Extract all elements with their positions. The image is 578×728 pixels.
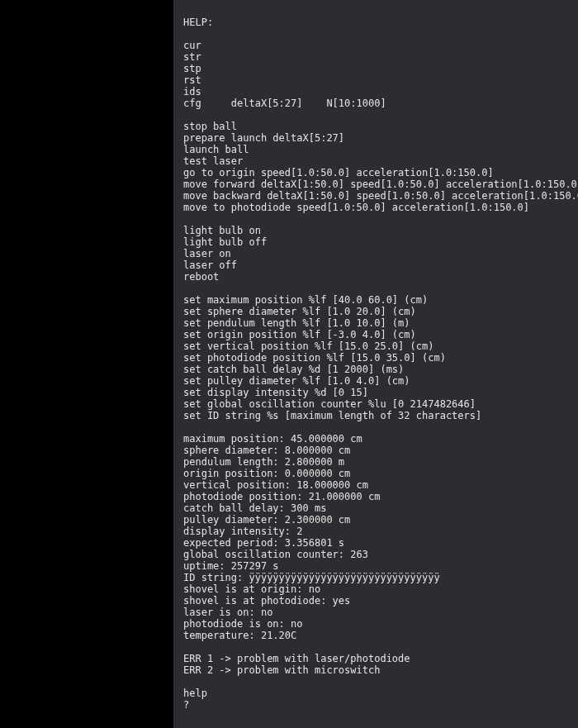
status-temperature: temperature: 21.20C [183, 630, 296, 641]
cmd-launch-ball: launch ball [183, 144, 249, 155]
cmd-move-backward: move backward deltaX[1:50.0] speed[1.0:5… [183, 190, 578, 202]
status-sphere-diameter: sphere diameter: 8.000000 cm [183, 445, 350, 456]
set-oscillation-counter: set global oscillation counter %lu [0 21… [183, 398, 476, 410]
status-expected-period: expected period: 3.356801 s [183, 537, 344, 549]
set-pulley-diameter: set pulley diameter %lf [1.0 4.0] (cm) [183, 375, 410, 387]
cmd-rst: rst [183, 74, 201, 86]
status-vertical-position: vertical position: 18.000000 cm [183, 479, 368, 491]
cmd-cur: cur [183, 40, 201, 51]
cmd-reboot: reboot [183, 271, 219, 283]
cmd-light-on: light bulb on [183, 225, 261, 236]
status-oscillation-counter: global oscillation counter: 263 [183, 549, 368, 560]
cmd-laser-on: laser on [183, 248, 231, 259]
set-id-string: set ID string %s [maximum length of 32 c… [183, 410, 481, 421]
status-pendulum-length: pendulum length: 2.800000 m [183, 456, 344, 468]
set-vertical-position: set vertical position %lf [15.0 25.0] (c… [183, 340, 434, 352]
set-catch-delay: set catch ball delay %d [1 2000] (ms) [183, 364, 404, 375]
status-max-position: maximum position: 45.000000 cm [183, 433, 362, 445]
set-photodiode-position: set photodiode position %lf [15.0 35.0] … [183, 352, 446, 364]
prompt-cursor[interactable]: ? [183, 699, 189, 711]
cmd-go-origin: go to origin speed[1.0:50.0] acceleratio… [183, 167, 494, 178]
cmd-test-laser: test laser [183, 155, 243, 167]
set-pendulum-length: set pendulum length %lf [1.0 10.0] (m) [183, 317, 410, 329]
cmd-move-forward: move forward deltaX[1:50.0] speed[1.0:50… [183, 178, 578, 190]
set-display-intensity: set display intensity %d [0 15] [183, 387, 368, 398]
cmd-cfg: cfg deltaX[5:27] N[10:1000] [183, 98, 386, 109]
status-laser-on: laser is on: no [183, 607, 272, 618]
status-id-string: ID string: ÿÿÿÿÿÿÿÿÿÿÿÿÿÿÿÿÿÿÿÿÿÿÿÿÿÿÿÿÿ… [183, 572, 440, 583]
error-1: ERR 1 -> problem with laser/photodiode [183, 653, 410, 664]
set-sphere-diameter: set sphere diameter %lf [1.0 20.0] (cm) [183, 306, 416, 317]
status-origin-position: origin position: 0.000000 cm [183, 468, 350, 479]
status-photodiode-position: photodiode position: 21.000000 cm [183, 491, 380, 502]
error-2: ERR 2 -> problem with microswitch [183, 664, 380, 676]
terminal-output[interactable]: HELP: cur str stp rst ids cfg deltaX[5:2… [173, 0, 578, 728]
cmd-light-off: light bulb off [183, 236, 267, 248]
cmd-str: str [183, 51, 201, 63]
cmd-ids: ids [183, 86, 201, 98]
status-display-intensity: display intensity: 2 [183, 526, 303, 537]
cmd-stp: stp [183, 63, 201, 74]
status-pulley-diameter: pulley diameter: 2.300000 cm [183, 514, 350, 526]
status-uptime: uptime: 257297 s [183, 560, 279, 572]
cmd-move-photodiode: move to photodiode speed[1.0:50.0] accel… [183, 202, 529, 213]
help-header: HELP: [183, 17, 213, 28]
prompt-help: help [183, 688, 207, 699]
status-shovel-origin: shovel is at origin: no [183, 583, 320, 595]
cmd-prepare-launch: prepare launch deltaX[5:27] [183, 132, 344, 144]
status-catch-delay: catch ball delay: 300 ms [183, 502, 326, 514]
status-photodiode-on: photodiode is on: no [183, 618, 303, 630]
set-max-position: set maximum position %lf [40.0 60.0] (cm… [183, 294, 428, 306]
sidebar-panel [0, 0, 173, 728]
cmd-laser-off: laser off [183, 259, 237, 271]
cmd-stop-ball: stop ball [183, 121, 237, 132]
status-shovel-photodiode: shovel is at photodiode: yes [183, 595, 350, 607]
set-origin-position: set origin position %lf [-3.0 4.0] (cm) [183, 329, 416, 340]
